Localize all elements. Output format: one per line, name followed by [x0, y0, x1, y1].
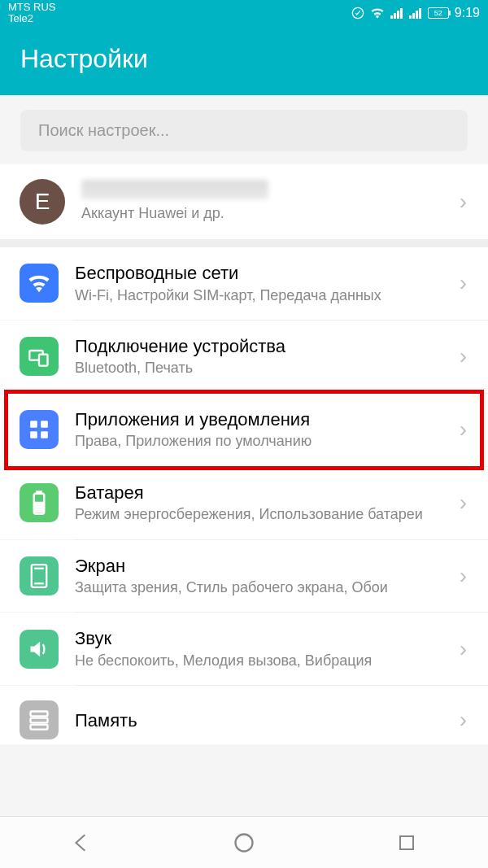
svg-rect-3: [397, 11, 399, 19]
account-name: [81, 180, 455, 203]
nav-home-button[interactable]: [229, 828, 259, 857]
row-storage[interactable]: Память ›: [0, 686, 488, 744]
row-title: Беспроводные сети: [75, 262, 455, 285]
svg-rect-16: [37, 491, 41, 494]
svg-rect-23: [31, 725, 48, 730]
row-subtitle: Режим энергосбережения, Использование ба…: [75, 505, 455, 524]
device-connection-icon: [20, 337, 59, 376]
row-subtitle: Bluetooth, Печать: [75, 359, 455, 377]
account-row[interactable]: E Аккаунт Huawei и др. ›: [0, 164, 488, 239]
row-subtitle: Wi-Fi, Настройки SIM-карт, Передача данн…: [75, 286, 455, 305]
svg-point-24: [236, 834, 253, 851]
row-subtitle: Права, Приложения по умолчанию: [75, 432, 455, 451]
search-row: Поиск настроек...: [0, 95, 488, 164]
row-subtitle: Не беспокоить, Мелодия вызова, Вибрация: [75, 652, 455, 670]
battery-settings-icon: [20, 483, 59, 522]
svg-rect-14: [41, 431, 48, 438]
svg-rect-7: [416, 11, 418, 19]
chevron-right-icon: ›: [455, 270, 472, 296]
chevron-right-icon: ›: [455, 417, 472, 443]
chevron-right-icon: ›: [455, 636, 472, 662]
chevron-right-icon: ›: [455, 563, 472, 589]
svg-rect-2: [394, 13, 396, 19]
row-display[interactable]: Экран Защита зрения, Стиль рабочего экра…: [0, 540, 488, 613]
page-title: Настройки: [0, 26, 488, 95]
display-icon: [20, 556, 59, 595]
section-gap: [0, 239, 488, 247]
nav-back-button[interactable]: [67, 828, 96, 857]
svg-rect-10: [39, 355, 48, 366]
status-icons: 52 9:19: [351, 6, 480, 20]
svg-rect-5: [409, 15, 412, 19]
row-title: Приложения и уведомления: [75, 408, 455, 431]
chevron-right-icon: ›: [455, 707, 472, 733]
carrier-1: MTS RUS: [8, 2, 56, 13]
svg-rect-21: [31, 712, 48, 717]
row-title: Батарея: [75, 482, 455, 504]
battery-icon: 52: [428, 7, 449, 19]
row-title: Звук: [75, 627, 455, 650]
signal-1-icon: [390, 7, 403, 19]
row-sound[interactable]: Звук Не беспокоить, Мелодия вызова, Вибр…: [0, 613, 488, 685]
chevron-right-icon: ›: [455, 343, 472, 369]
chevron-right-icon: ›: [455, 490, 472, 516]
sound-icon: [20, 630, 59, 669]
search-input[interactable]: Поиск настроек...: [20, 110, 468, 151]
apps-icon: [20, 410, 59, 449]
row-wireless[interactable]: Беспроводные сети Wi-Fi, Настройки SIM-к…: [0, 247, 488, 320]
svg-rect-8: [419, 8, 421, 19]
nav-recent-button[interactable]: [392, 828, 421, 857]
svg-rect-4: [400, 8, 403, 19]
svg-rect-13: [30, 431, 37, 438]
row-title: Память: [75, 709, 455, 732]
avatar: E: [20, 179, 65, 225]
storage-icon: [20, 700, 59, 739]
status-bar: MTS RUS Tele2 52 9:19: [0, 0, 488, 26]
row-battery[interactable]: Батарея Режим энергосбережения, Использо…: [0, 467, 488, 539]
clock: 9:19: [455, 6, 480, 20]
svg-rect-25: [400, 836, 413, 849]
row-device-connection[interactable]: Подключение устройства Bluetooth, Печать…: [0, 321, 488, 393]
account-subtitle: Аккаунт Huawei и др.: [81, 204, 455, 223]
carrier-2: Tele2: [8, 13, 56, 24]
svg-rect-17: [36, 503, 42, 512]
chevron-right-icon: ›: [455, 189, 472, 215]
row-title: Подключение устройства: [75, 335, 455, 358]
nav-bar: [0, 816, 488, 868]
search-placeholder: Поиск настроек...: [38, 121, 169, 139]
vowifi-icon: [351, 7, 364, 20]
wifi-icon: [370, 7, 385, 19]
signal-2-icon: [409, 7, 422, 19]
wifi-settings-icon: [20, 264, 59, 303]
svg-rect-12: [41, 421, 48, 428]
svg-rect-22: [31, 718, 48, 723]
carrier-block: MTS RUS Tele2: [8, 2, 56, 25]
svg-rect-1: [390, 15, 393, 19]
row-apps-notifications[interactable]: Приложения и уведомления Права, Приложен…: [0, 394, 488, 466]
content: Поиск настроек... E Аккаунт Huawei и др.…: [0, 95, 488, 744]
svg-rect-6: [412, 13, 415, 19]
row-title: Экран: [75, 555, 455, 578]
row-subtitle: Защита зрения, Стиль рабочего экрана, Об…: [75, 578, 455, 597]
svg-rect-11: [30, 421, 37, 428]
